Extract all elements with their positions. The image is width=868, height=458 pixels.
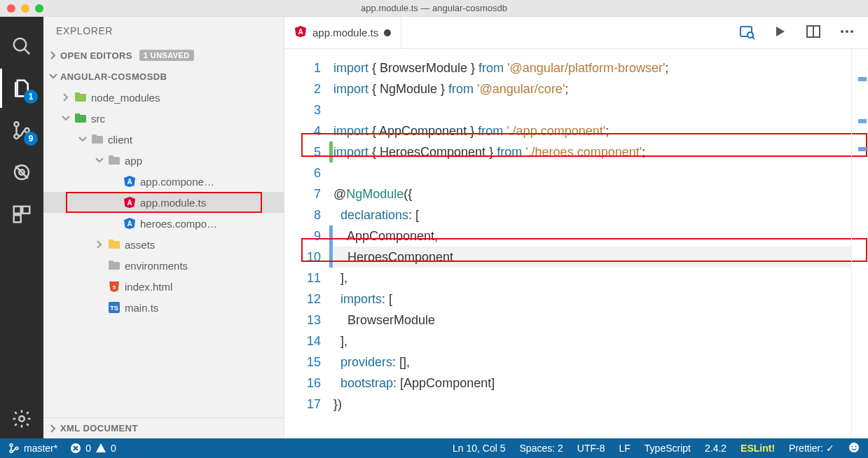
sidebar-title: EXPLORER (43, 17, 284, 45)
folder-icon (108, 259, 120, 272)
chevron-down-icon (95, 156, 104, 165)
tree-assets[interactable]: assets (43, 234, 284, 255)
status-ts-version[interactable]: 2.4.2 (705, 443, 726, 454)
status-prettier[interactable]: Prettier: ✓ (789, 443, 834, 454)
activity-scm-icon[interactable]: 9 (0, 111, 43, 150)
svg-point-39 (10, 444, 13, 447)
svg-line-33 (752, 37, 755, 39)
section-open-editors[interactable]: OPEN EDITORS 1 UNSAVED (43, 45, 284, 66)
svg-point-45 (855, 445, 857, 447)
tree-heroes-component[interactable]: A heroes.compo… (43, 213, 284, 234)
tab-dirty-indicator (384, 29, 391, 36)
svg-point-2 (14, 122, 18, 126)
section-xml-document[interactable]: XML DOCUMENT (43, 417, 284, 438)
status-position[interactable]: Ln 10, Col 5 (453, 443, 506, 454)
svg-text:A: A (127, 178, 132, 186)
zoom-window-button[interactable] (35, 4, 43, 13)
angular-file-icon: A (123, 175, 136, 188)
svg-rect-8 (22, 207, 29, 214)
svg-point-37 (846, 30, 848, 33)
svg-rect-18 (109, 155, 113, 158)
tree-label: assets (125, 239, 155, 251)
activity-debug-icon[interactable] (0, 153, 43, 192)
tree-environments[interactable]: environments (43, 255, 284, 276)
tree-label: index.html (125, 281, 172, 293)
status-language[interactable]: TypeScript (645, 443, 691, 454)
svg-point-43 (849, 443, 859, 452)
svg-rect-14 (75, 113, 80, 116)
svg-point-0 (14, 39, 27, 51)
svg-text:A: A (298, 28, 303, 36)
status-eol[interactable]: LF (619, 443, 630, 454)
tree-client[interactable]: client (43, 129, 284, 150)
activity-extensions-icon[interactable] (0, 195, 43, 234)
more-actions-icon[interactable] (839, 23, 855, 43)
angular-module-icon: A (123, 196, 136, 209)
tree-node-modules[interactable]: node_modules (43, 87, 284, 108)
svg-text:A: A (127, 199, 132, 207)
svg-text:A: A (127, 220, 132, 228)
tree-label: client (108, 134, 132, 146)
status-eslint[interactable]: ESLint! (740, 443, 775, 454)
tree-app[interactable]: app (43, 150, 284, 171)
svg-point-3 (14, 134, 18, 139)
svg-text:5: 5 (113, 284, 116, 291)
close-window-button[interactable] (7, 4, 15, 13)
preview-icon[interactable] (738, 23, 755, 43)
folder-assets-icon (108, 238, 120, 251)
minimap[interactable] (851, 49, 868, 438)
svg-point-40 (10, 450, 13, 453)
tree-app-component[interactable]: A app.compone… (43, 171, 284, 192)
svg-rect-23 (109, 240, 113, 242)
scm-badge: 9 (24, 132, 38, 146)
minimize-window-button[interactable] (21, 4, 29, 13)
ts-file-icon: TS (108, 301, 120, 314)
status-spaces[interactable]: Spaces: 2 (520, 443, 563, 454)
svg-rect-7 (14, 207, 21, 214)
activity-explorer-icon[interactable]: 1 (0, 69, 43, 108)
activity-search-icon[interactable] (0, 27, 43, 66)
branch-label: master* (24, 443, 57, 454)
code-lines[interactable]: import { BrowserModule } from '@angular/… (333, 49, 851, 438)
svg-point-38 (850, 30, 853, 33)
svg-text:TS: TS (110, 305, 118, 312)
folder-src-icon (74, 112, 87, 125)
status-problems[interactable]: 0 0 (70, 443, 116, 454)
tree-app-module[interactable]: A app.module.ts (43, 192, 284, 213)
line-gutter: 1234567891011121314151617 (284, 49, 333, 438)
chevron-right-icon (49, 51, 57, 60)
svg-rect-9 (14, 215, 21, 222)
tree-main-ts[interactable]: TS main.ts (43, 297, 284, 318)
activity-settings-icon[interactable] (0, 399, 43, 438)
tab-app-module[interactable]: A app.module.ts (284, 17, 401, 48)
chevron-right-icon (95, 240, 104, 249)
tree-index-html[interactable]: 5 index.html (43, 276, 284, 297)
status-branch[interactable]: master* (8, 443, 57, 454)
folder-node-icon (74, 91, 87, 104)
status-feedback-icon[interactable] (848, 442, 860, 455)
folder-icon (108, 154, 120, 167)
window-controls (0, 4, 43, 13)
svg-point-41 (15, 447, 18, 450)
angular-file-icon: A (123, 217, 136, 230)
status-encoding[interactable]: UTF-8 (577, 443, 605, 454)
tree-label: heroes.compo… (140, 218, 217, 230)
tree-label: app.compone… (140, 176, 214, 188)
activity-bar: 1 9 (0, 17, 43, 438)
run-icon[interactable] (771, 23, 788, 43)
tree-label: node_modules (91, 92, 160, 104)
tree-label: app (125, 155, 142, 167)
code-area[interactable]: 1234567891011121314151617 import { Brows… (284, 49, 868, 438)
xml-document-label: XML DOCUMENT (60, 423, 138, 433)
editor-area: A app.module.ts 123456789101112131415161… (284, 17, 868, 438)
status-bar: master* 0 0 Ln 10, Col 5 Spaces: 2 UTF-8… (0, 438, 868, 458)
titlebar: app.module.ts — angular-cosmosdb (0, 0, 868, 17)
section-workspace[interactable]: ANGULAR-COSMOSDB (43, 66, 284, 87)
gutter-modified-marker (329, 225, 333, 268)
folder-icon (91, 133, 104, 146)
tree-src[interactable]: src (43, 108, 284, 129)
chevron-down-icon (49, 72, 57, 81)
split-editor-icon[interactable] (805, 23, 822, 43)
tab-bar: A app.module.ts (284, 17, 868, 49)
svg-rect-25 (109, 261, 113, 263)
